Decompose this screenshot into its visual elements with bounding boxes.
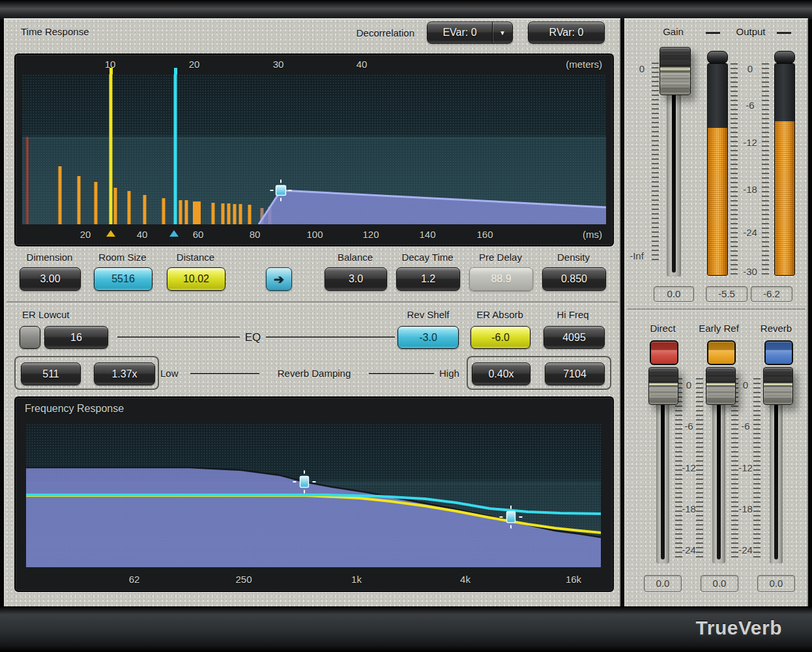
axis-label: 20 [80,229,91,240]
axis-label: 250 [235,574,252,585]
early-reflection-bar [222,203,225,224]
direct-mute-button[interactable] [650,340,678,365]
reverb-mute-button[interactable] [764,340,793,365]
eq-connector-line [117,336,240,338]
er-lowcut-label: ER Lowcut [22,309,70,320]
meter-cap-left [707,51,728,64]
early-reflection-bar [78,176,81,224]
output-meter-left [707,63,728,276]
evar-dropdown[interactable]: EVar: 0 ▼ [427,22,513,44]
chevron-down-icon[interactable]: ▼ [492,22,512,43]
gain-fader-handle[interactable] [660,47,691,95]
gain-fader-slot [672,65,676,273]
reverb-value-box[interactable]: 0.0 [757,575,795,592]
early-reflection-bar [94,182,98,224]
damping-high-ratio-button[interactable]: 0.40x [472,363,530,385]
direct-fader-handle[interactable] [648,367,678,405]
reverb-fader-handle[interactable] [763,367,793,405]
reverb-distance-line [174,74,177,224]
eq-label: EQ [241,331,265,344]
main-panel: Time Response Decorrelation EVar: 0 ▼ RV… [4,18,620,608]
fader-scale-label: -12 [738,462,753,473]
early-reflection-bar [128,191,131,224]
early-ref-fader-slot [717,378,721,559]
decorrelation-label: Decorrelation [291,27,414,38]
rvar-value: RVar: 0 [549,27,584,38]
damping-low-freq-button[interactable]: 511 [21,363,81,385]
reverb-marker-triangle[interactable] [169,230,179,237]
decay-time-label: Decay Time [396,252,459,263]
hi-freq-value-button[interactable]: 4095 [544,326,605,349]
distance-label: Distance [167,252,224,263]
trueverb-window: Time Response Decorrelation EVar: 0 ▼ RV… [0,0,812,652]
time-response-panel: 10 20 30 40 (meters) [14,53,614,246]
section-divider [7,301,618,304]
output-bracket-right [777,32,791,34]
early-reflection-bar [59,166,62,224]
axis-label: 120 [362,229,379,240]
gain-value-box[interactable]: 0.0 [654,286,694,302]
meter-scale-label: -30 [743,266,757,277]
axis-label: 1k [351,574,362,585]
pre-delay-value-button[interactable]: 88.9 [469,267,533,291]
direct-fader-slot [661,378,665,559]
er-lowcut-value-button[interactable]: 16 [44,326,108,349]
early-ref-mute-button[interactable] [707,340,736,365]
distance-value-button[interactable]: 10.02 [167,267,225,291]
meter-fill-left [708,128,727,275]
reverb-label: Reverb [750,323,802,334]
fader-scale-label: -18 [682,503,696,514]
er-absorb-value-button[interactable]: -6.0 [471,326,530,349]
fader-scale-label: 0 [743,379,748,391]
density-value-button[interactable]: 0.850 [542,267,606,291]
early-ref-fader-handle[interactable] [706,367,736,405]
window-bottom-strip: TrueVerb [0,606,812,652]
early-reflection-bar [179,200,182,224]
er-distance-line [109,74,113,224]
early-reflection-bar [162,198,166,224]
direct-value-box[interactable]: 0.0 [644,575,682,592]
er-marker-triangle[interactable] [106,230,115,237]
balance-value-button[interactable]: 3.0 [325,267,387,291]
hi-freq-handle[interactable] [507,512,515,523]
frequency-response-panel: Frequency Response 62 250 1k 4k 16k [14,396,614,592]
axis-label: 62 [129,574,140,585]
fader-scale-label: -12 [682,462,696,473]
fader-scale-label: 0 [686,379,691,391]
time-response-title: Time Response [21,26,89,37]
dimension-label: Dimension [20,252,80,263]
room-size-value-button[interactable]: 5516 [94,267,152,291]
axis-label: 100 [306,229,323,240]
gain-scale-ticks [652,63,659,262]
fader-scale-ticks [696,378,703,558]
link-arrow-button[interactable]: ➔ [266,267,292,291]
damping-connector-line [369,373,434,374]
master-panel: Gain Output 0 -Inf 0 -6 -12 -18 -24 -30 … [624,18,808,608]
fader-scale-label: -6 [741,421,749,432]
damping-low-ratio-button[interactable]: 1.37x [94,363,155,385]
meter-scale-label: -18 [743,184,757,195]
meter-fill-right [775,121,794,275]
axis-label: 30 [273,59,284,70]
time-response-plot [22,74,606,224]
dimension-value-button[interactable]: 3.00 [20,267,81,291]
rvar-button[interactable]: RVar: 0 [528,22,605,44]
early-ref-value-box[interactable]: 0.0 [701,575,738,592]
damping-high-freq-button[interactable]: 7104 [545,363,605,385]
reverb-envelope-handle[interactable] [276,186,286,196]
room-size-label: Room Size [94,252,151,263]
early-ref-label: Early Ref [691,323,746,334]
fader-scale-label: -24 [682,544,696,556]
gain-label: Gain [647,26,699,37]
axis-label: 140 [419,229,435,240]
shelf-frequency-handle[interactable] [300,477,309,488]
er-lowcut-toggle[interactable] [20,326,40,349]
rev-shelf-value-button[interactable]: -3.0 [398,326,459,349]
section-divider [627,308,805,311]
decay-time-value-button[interactable]: 1.2 [396,267,460,291]
axis-label: 16k [566,574,581,585]
output-left-value-box[interactable]: -5.5 [706,286,747,302]
right-arrow-icon: ➔ [274,272,284,287]
axis-label: 60 [193,229,204,240]
output-right-value-box[interactable]: -6.2 [751,286,792,302]
